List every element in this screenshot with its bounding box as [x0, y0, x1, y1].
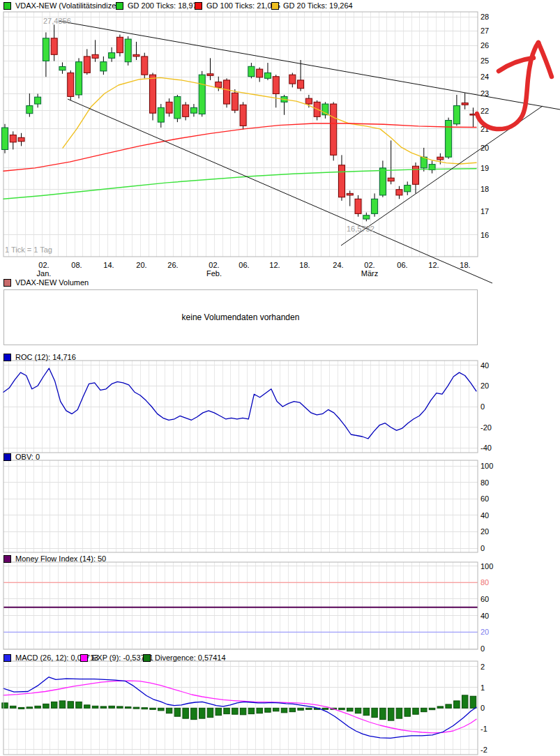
svg-text:16: 16: [480, 231, 489, 239]
svg-text:40: 40: [480, 612, 489, 620]
svg-text:19: 19: [480, 164, 489, 172]
svg-text:-2: -2: [480, 746, 487, 754]
svg-text:12.: 12.: [428, 261, 439, 269]
svg-text:100: 100: [480, 462, 493, 470]
tick-scale-note: 1 Tick = 1 Tag: [5, 245, 52, 254]
legend-label-volume: VDAX-NEW Volumen: [15, 278, 89, 287]
series-swatch-gd200: [116, 2, 123, 10]
svg-text:06.: 06.: [397, 261, 407, 269]
svg-text:12.: 12.: [269, 261, 280, 269]
svg-text:20: 20: [480, 628, 489, 636]
svg-text:0: 0: [480, 402, 485, 411]
legend-item-volume: VDAX-NEW Volumen: [3, 278, 89, 287]
svg-text:24: 24: [480, 73, 489, 81]
legend-item-divergence: Divergence: 0,57414: [143, 653, 226, 662]
svg-text:März: März: [361, 269, 378, 278]
svg-text:27: 27: [480, 27, 489, 35]
svg-text:24.: 24.: [333, 261, 343, 269]
volume-empty-text: keine Volumendaten vorhanden: [182, 312, 300, 322]
volume-empty-panel: keine Volumendaten vorhanden: [3, 289, 478, 345]
legend-item-gd100: GD 100 Ticks: 21,085: [195, 1, 280, 10]
legend-label-vdax: VDAX-NEW (Volatilitätsindizes): [15, 1, 122, 10]
svg-text:26.: 26.: [167, 261, 178, 269]
svg-text:25: 25: [480, 56, 489, 65]
legend-item-roc: ROC (12): 14,716: [3, 353, 76, 361]
svg-text:60: 60: [480, 595, 489, 603]
legend-label-gd200: GD 200 Ticks: 18,97: [128, 1, 197, 10]
series-swatch-vdax: [3, 2, 11, 10]
svg-text:22: 22: [480, 107, 489, 115]
legend-item-vdax: VDAX-NEW (Volatilitätsindizes): [3, 1, 122, 10]
svg-text:18.: 18.: [299, 261, 310, 269]
chart-canvas: 2827262524232221201918171602.Jan.08.14.2…: [0, 0, 560, 756]
svg-text:2: 2: [480, 663, 485, 671]
series-swatch-divergence: [143, 654, 151, 662]
svg-text:06.: 06.: [239, 261, 249, 269]
legend-label-divergence: Divergence: 0,57414: [155, 653, 226, 662]
series-swatch-volume: [3, 279, 11, 287]
legend-label-gd100: GD 100 Ticks: 21,085: [206, 1, 280, 10]
legend-label-roc: ROC (12): 14,716: [15, 353, 76, 361]
high-value-label: 27,4356: [43, 17, 71, 25]
svg-text:-1: -1: [480, 725, 487, 733]
svg-text:0: 0: [480, 704, 485, 712]
legend-item-obv: OBV: 0: [3, 453, 40, 461]
svg-text:20: 20: [480, 381, 489, 390]
series-swatch-gd20: [271, 2, 279, 10]
legend-item-gd20: GD 20 Ticks: 19,264: [271, 1, 353, 10]
svg-text:08.: 08.: [71, 261, 82, 269]
series-swatch-roc: [3, 354, 11, 361]
svg-text:18.: 18.: [460, 261, 470, 269]
legend-item-gd200: GD 200 Ticks: 18,97: [116, 1, 197, 10]
svg-text:-20: -20: [480, 423, 492, 432]
legend-item-mfi: Money Flow Index (14): 50: [3, 554, 106, 563]
svg-text:80: 80: [480, 578, 489, 587]
series-swatch-mfi: [3, 555, 11, 563]
svg-text:100: 100: [480, 562, 493, 570]
svg-text:Feb.: Feb.: [206, 269, 222, 278]
svg-text:60: 60: [480, 494, 489, 503]
svg-text:-40: -40: [480, 444, 492, 452]
legend-label-obv: OBV: 0: [15, 453, 40, 461]
legend-label-gd20: GD 20 Ticks: 19,264: [283, 1, 353, 10]
series-swatch-obv: [3, 453, 11, 461]
svg-text:0: 0: [480, 644, 485, 653]
svg-text:Jan.: Jan.: [37, 269, 52, 278]
svg-text:20: 20: [480, 527, 489, 536]
series-swatch-macd: [3, 654, 11, 662]
svg-text:18: 18: [480, 185, 489, 193]
svg-text:26: 26: [480, 41, 489, 50]
legend-label-mfi: Money Flow Index (14): 50: [15, 554, 106, 563]
svg-text:02.: 02.: [38, 261, 49, 269]
svg-text:40: 40: [480, 511, 489, 520]
svg-text:20.: 20.: [136, 261, 146, 269]
svg-text:28: 28: [480, 13, 489, 21]
svg-text:0: 0: [480, 544, 485, 552]
svg-text:80: 80: [480, 478, 489, 487]
svg-text:1: 1: [480, 683, 485, 692]
series-swatch-exp: [80, 654, 88, 662]
svg-text:02.: 02.: [209, 261, 219, 269]
svg-text:02.: 02.: [364, 261, 374, 269]
svg-text:40: 40: [480, 361, 489, 370]
low-value-label: 16,5732: [347, 225, 374, 233]
svg-text:14.: 14.: [103, 261, 114, 269]
svg-text:17: 17: [480, 207, 489, 216]
chart-page: 2827262524232221201918171602.Jan.08.14.2…: [0, 0, 560, 756]
series-swatch-gd100: [195, 2, 202, 10]
